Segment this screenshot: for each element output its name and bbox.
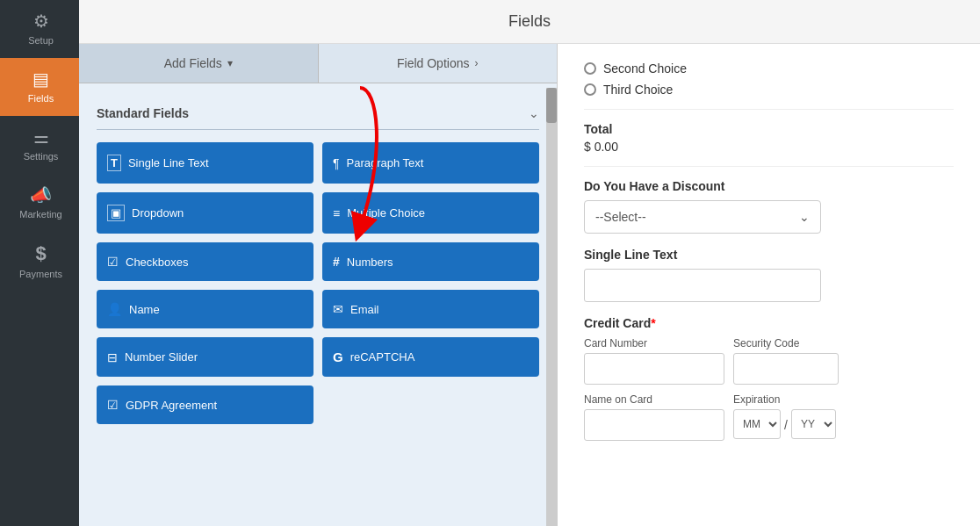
name-label: Name xyxy=(129,303,160,316)
gdpr-label: GDPR Agreement xyxy=(126,399,217,412)
sidebar-label-settings: Settings xyxy=(24,151,59,162)
multiple-choice-icon: ≡ xyxy=(333,206,340,220)
security-code-input[interactable] xyxy=(733,353,839,385)
add-fields-chevron-icon: ▾ xyxy=(227,57,233,69)
discount-label: Do You Have a Discount xyxy=(584,179,954,193)
required-indicator: * xyxy=(651,316,655,330)
checkboxes-label: Checkboxes xyxy=(126,256,189,269)
add-fields-label: Add Fields xyxy=(164,56,222,70)
number-slider-button[interactable]: ⊟ Number Slider xyxy=(97,337,313,377)
recaptcha-label: reCAPTCHA xyxy=(350,350,415,364)
credit-card-label: Credit Card* xyxy=(584,316,954,330)
expiration-group: Expiration MM / YY xyxy=(733,393,954,441)
security-code-label: Security Code xyxy=(733,337,839,349)
multiple-choice-label: Multiple Choice xyxy=(347,206,425,220)
second-choice-row: Second Choice xyxy=(584,61,954,76)
sidebar-label-marketing: Marketing xyxy=(19,209,61,220)
sidebar-item-marketing[interactable]: 📣 Marketing xyxy=(0,174,79,232)
gear-icon: ⚙ xyxy=(33,12,49,30)
number-slider-icon: ⊟ xyxy=(107,350,118,364)
section-divider-2 xyxy=(584,166,954,167)
standard-fields-section: Standard Fields ⌄ xyxy=(97,97,539,130)
expiration-mm-select[interactable]: MM xyxy=(733,409,781,439)
gdpr-button[interactable]: ☑ GDPR Agreement xyxy=(97,385,313,424)
recaptcha-button[interactable]: G reCAPTCHA xyxy=(322,337,539,377)
card-number-group: Card Number xyxy=(584,337,724,385)
sidebar-item-settings[interactable]: ⚌ Settings xyxy=(0,116,79,174)
field-options-tab[interactable]: Field Options › xyxy=(319,44,558,83)
total-value: $ 0.00 xyxy=(584,140,954,154)
numbers-icon: # xyxy=(333,255,340,269)
number-slider-label: Number Slider xyxy=(125,350,198,364)
page-title: Fields xyxy=(79,0,980,44)
form-panel: Second Choice Third Choice Total $ 0.00 … xyxy=(558,44,980,526)
total-label: Total xyxy=(584,122,954,136)
name-on-card-label: Name on Card xyxy=(584,393,724,406)
fields-panel: Add Fields ▾ Field Options › Standard Fi… xyxy=(79,44,558,526)
fields-icon: ▤ xyxy=(32,70,49,88)
sidebar-label-payments: Payments xyxy=(19,269,62,279)
sidebar-label-setup: Setup xyxy=(28,35,54,46)
sidebar: ⚙ Setup ▤ Fields ⚌ Settings 📣 Marketing … xyxy=(0,0,79,526)
security-code-group: Security Code xyxy=(733,337,839,385)
field-options-label: Field Options xyxy=(397,56,469,70)
name-on-card-group: Name on Card xyxy=(584,393,724,441)
email-icon: ✉ xyxy=(333,302,343,316)
scroll-track[interactable] xyxy=(546,88,557,526)
multiple-choice-button[interactable]: ≡ Multiple Choice xyxy=(322,192,539,234)
single-line-text-label: Single Line Text xyxy=(128,156,209,169)
credit-card-grid: Card Number Security Code xyxy=(584,337,954,385)
scroll-thumb[interactable] xyxy=(546,88,557,123)
dropdown-label: Dropdown xyxy=(132,206,184,220)
settings-icon: ⚌ xyxy=(33,128,49,146)
recaptcha-icon: G xyxy=(333,349,343,364)
third-choice-radio[interactable] xyxy=(584,83,596,96)
sidebar-item-setup[interactable]: ⚙ Setup xyxy=(0,0,79,58)
expiration-label: Expiration xyxy=(733,393,954,406)
expiration-slash: / xyxy=(784,418,788,439)
panel-tabs: Add Fields ▾ Field Options › xyxy=(79,44,557,83)
email-label: Email xyxy=(350,303,379,316)
expiration-yy-select[interactable]: YY xyxy=(791,409,836,439)
numbers-button[interactable]: # Numbers xyxy=(322,242,539,281)
credit-card-grid2: Name on Card Expiration MM / YY xyxy=(584,393,954,441)
card-number-label: Card Number xyxy=(584,337,724,349)
card-number-input[interactable] xyxy=(584,353,724,385)
name-button[interactable]: 👤 Name xyxy=(97,290,313,328)
checkboxes-icon: ☑ xyxy=(107,255,119,269)
sidebar-item-payments[interactable]: $ Payments xyxy=(0,232,79,292)
section-divider-1 xyxy=(584,109,954,110)
paragraph-text-button[interactable]: ¶ Paragraph Text xyxy=(322,142,539,184)
single-line-text-button[interactable]: T Single Line Text xyxy=(97,142,313,184)
third-choice-row: Third Choice xyxy=(584,83,954,97)
dropdown-button[interactable]: ▣ Dropdown xyxy=(97,192,313,234)
single-line-text-input[interactable] xyxy=(584,269,821,302)
third-choice-label: Third Choice xyxy=(603,83,673,97)
discount-select[interactable]: --Select-- ⌄ xyxy=(584,200,821,234)
dropdown-icon: ▣ xyxy=(107,205,125,221)
paragraph-text-icon: ¶ xyxy=(333,156,340,170)
marketing-icon: 📣 xyxy=(30,186,52,204)
second-choice-radio[interactable] xyxy=(584,62,596,75)
standard-fields-title: Standard Fields xyxy=(97,106,189,120)
main-area: Fields Add Fields ▾ Field Options › xyxy=(79,0,980,526)
sidebar-item-fields[interactable]: ▤ Fields xyxy=(0,58,79,116)
email-button[interactable]: ✉ Email xyxy=(322,290,539,328)
single-line-text-field-label: Single Line Text xyxy=(584,248,954,262)
gdpr-icon: ☑ xyxy=(107,398,119,412)
add-fields-tab[interactable]: Add Fields ▾ xyxy=(79,44,319,83)
payments-icon: $ xyxy=(35,244,46,263)
discount-placeholder: --Select-- xyxy=(595,210,646,224)
content-area: Add Fields ▾ Field Options › Standard Fi… xyxy=(79,44,980,526)
numbers-label: Numbers xyxy=(347,256,393,269)
fields-grid: T Single Line Text ¶ Paragraph Text ▣ Dr… xyxy=(97,142,539,377)
single-line-text-icon: T xyxy=(107,155,121,171)
checkboxes-button[interactable]: ☑ Checkboxes xyxy=(97,242,313,281)
name-on-card-input[interactable] xyxy=(584,409,724,441)
sidebar-label-fields: Fields xyxy=(28,93,54,104)
fields-content: Standard Fields ⌄ T Single Line Text ¶ P… xyxy=(79,83,557,526)
paragraph-text-label: Paragraph Text xyxy=(347,156,424,169)
field-options-chevron-icon: › xyxy=(474,57,478,69)
second-choice-label: Second Choice xyxy=(603,61,687,76)
section-chevron-icon: ⌄ xyxy=(529,106,539,120)
